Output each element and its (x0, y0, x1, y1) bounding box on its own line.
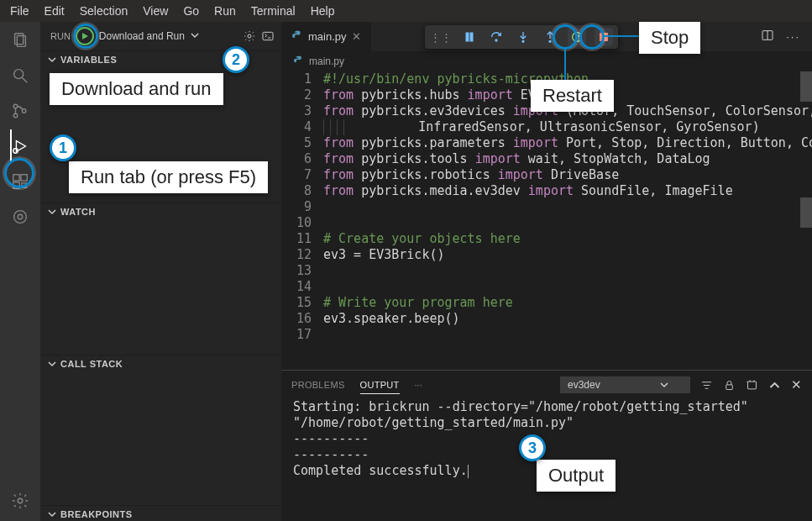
variables-label: VARIABLES (60, 55, 117, 65)
run-config-header: RUN Download and Run (40, 22, 281, 50)
close-panel-icon[interactable]: ✕ (791, 377, 802, 392)
step-over-button[interactable] (487, 28, 506, 46)
callout-bubble-2: 2 (223, 46, 249, 73)
svg-point-2 (14, 70, 24, 79)
svg-point-17 (248, 34, 251, 38)
svg-point-4 (13, 104, 18, 108)
bottom-panel: PROBLEMS OUTPUT ··· ev3dev (281, 370, 812, 521)
callstack-header[interactable]: CALL STACK (40, 355, 281, 372)
python-file-icon (291, 29, 303, 44)
svg-point-13 (14, 211, 27, 224)
menu-edit[interactable]: Edit (45, 4, 65, 18)
code-editor[interactable]: 1234567891011121314151617 #!/usr/bin/env… (281, 71, 812, 370)
svg-point-14 (18, 214, 23, 219)
svg-rect-12 (22, 183, 27, 188)
output-content[interactable]: Starting: brickrun --directory="/home/ro… (281, 396, 812, 521)
callout-label-1: Run tab (or press F5) (69, 161, 268, 193)
svg-rect-31 (470, 33, 473, 41)
svg-line-3 (23, 78, 28, 83)
svg-rect-1 (17, 36, 25, 47)
svg-point-34 (522, 40, 524, 42)
run-debug-icon[interactable] (10, 136, 30, 156)
chevron-down-icon[interactable] (190, 30, 200, 43)
bricks-icon[interactable] (10, 207, 30, 227)
bottom-panel-tabs: PROBLEMS OUTPUT ··· ev3dev (281, 371, 812, 396)
stop-button[interactable] (595, 28, 613, 46)
pause-button[interactable] (460, 28, 479, 46)
restart-button[interactable] (568, 28, 586, 46)
tab-problems[interactable]: PROBLEMS (291, 376, 345, 393)
callout-bubble-3: 3 (519, 434, 546, 461)
breadcrumb[interactable]: main.py (281, 51, 812, 71)
callout-line-stop (603, 35, 640, 37)
svg-rect-30 (466, 33, 469, 41)
callstack-label: CALL STACK (60, 359, 123, 369)
svg-point-15 (18, 498, 23, 503)
debug-console-icon[interactable] (261, 29, 275, 43)
code-content[interactable]: #!/usr/bin/env pybricks-micropythonfrom … (323, 71, 812, 370)
svg-rect-10 (21, 175, 27, 181)
menu-run[interactable]: Run (214, 4, 236, 18)
tab-main-py[interactable]: main.py ✕ (281, 22, 372, 51)
run-config-name[interactable]: Download and Run (99, 30, 185, 42)
close-tab-icon[interactable]: ✕ (352, 30, 361, 43)
svg-point-6 (22, 109, 26, 113)
explorer-icon[interactable] (10, 30, 30, 50)
watch-header[interactable]: WATCH (40, 203, 281, 220)
menu-help[interactable]: Help (311, 4, 335, 18)
lock-scroll-icon[interactable] (723, 379, 736, 392)
menubar: File Edit Selection View Go Run Terminal… (0, 0, 812, 22)
svg-marker-16 (82, 33, 88, 39)
minimap[interactable] (800, 71, 812, 370)
tab-output[interactable]: OUTPUT (360, 376, 400, 394)
extensions-icon[interactable] (10, 171, 30, 192)
breakpoints-label: BREAKPOINTS (60, 509, 133, 519)
search-icon[interactable] (10, 66, 30, 86)
svg-point-5 (13, 113, 18, 118)
output-channel-select[interactable]: ev3dev (560, 376, 690, 393)
chevron-up-icon[interactable] (768, 379, 781, 392)
gear-icon[interactable] (243, 29, 256, 43)
debug-toolbar[interactable]: ⋮⋮ (425, 25, 618, 49)
watch-label: WATCH (60, 207, 96, 217)
menu-file[interactable]: File (10, 4, 29, 18)
menu-terminal[interactable]: Terminal (251, 4, 296, 18)
breakpoints-header[interactable]: BREAKPOINTS (40, 506, 281, 521)
svg-rect-37 (600, 33, 608, 41)
activity-bar (0, 22, 40, 521)
breadcrumb-filename: main.py (309, 55, 344, 67)
menu-view[interactable]: View (143, 4, 168, 18)
scm-icon[interactable] (10, 101, 30, 121)
svg-point-36 (549, 40, 551, 42)
start-debug-button[interactable] (76, 27, 94, 45)
watch-section: WATCH (40, 203, 281, 355)
output-cursor (468, 465, 469, 478)
svg-rect-18 (263, 32, 273, 39)
menu-go[interactable]: Go (183, 4, 199, 18)
settings-gear-icon[interactable] (10, 491, 30, 511)
run-label-prefix: RUN (50, 31, 71, 41)
callout-label-restart: Restart (531, 80, 614, 112)
callout-bubble-1: 1 (50, 134, 76, 161)
callstack-section: CALL STACK (40, 355, 281, 505)
python-file-icon (293, 55, 304, 68)
svg-rect-9 (13, 175, 19, 181)
svg-rect-25 (726, 384, 733, 389)
more-actions-icon[interactable]: ··· (786, 30, 800, 43)
step-into-button[interactable] (514, 28, 532, 46)
more-panels-icon[interactable]: ··· (415, 380, 422, 390)
breakpoints-section: BREAKPOINTS (40, 505, 281, 521)
callout-label-stop: Stop (639, 22, 700, 54)
callout-label-2: Download and run (50, 73, 223, 105)
svg-point-32 (495, 39, 497, 41)
callout-label-3: Output (537, 460, 616, 492)
output-channel-value: ev3dev (568, 379, 600, 391)
split-editor-icon[interactable] (761, 29, 774, 45)
filter-icon[interactable] (700, 379, 713, 392)
step-out-button[interactable] (541, 28, 559, 46)
menu-selection[interactable]: Selection (80, 4, 128, 18)
svg-rect-0 (15, 34, 24, 45)
clear-output-icon[interactable] (746, 379, 758, 392)
toolbar-grip-icon[interactable]: ⋮⋮ (430, 31, 452, 44)
tab-filename: main.py (308, 30, 347, 43)
